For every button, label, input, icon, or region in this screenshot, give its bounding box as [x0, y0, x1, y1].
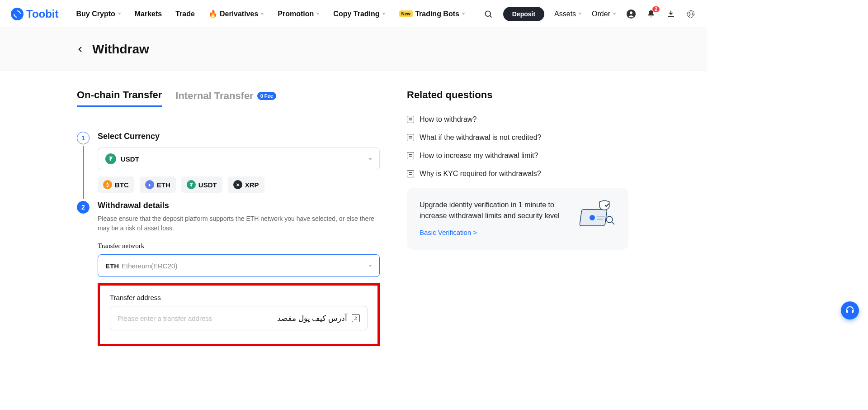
chevron-down-icon [382, 13, 386, 15]
nav-trading-bots[interactable]: NewTrading Bots [399, 10, 465, 18]
transfer-network-label: Transfer network [98, 242, 380, 250]
nav-label: Order [592, 10, 610, 18]
fee-badge: 0 Fee [257, 92, 276, 100]
faq-item[interactable]: Why is KYC required for withdrawals? [407, 170, 628, 178]
tab-label: Internal Transfer [175, 90, 253, 102]
doc-icon [407, 170, 414, 177]
account-icon[interactable] [626, 9, 636, 19]
svg-rect-11 [597, 219, 603, 220]
usdt-icon: ₮ [105, 153, 116, 164]
chevron-down-icon [260, 13, 264, 15]
upgrade-text: Upgrade identity verification in 1 minut… [420, 200, 572, 221]
faq-item[interactable]: How to increase my withdrawal limit? [407, 152, 628, 160]
shortcut-xrp[interactable]: ✕XRP [228, 176, 264, 193]
step-1-title: Select Currency [98, 132, 380, 141]
svg-point-12 [606, 216, 613, 223]
faq-text: How to withdraw? [420, 115, 476, 124]
svg-point-3 [630, 11, 632, 14]
chevron-down-icon [316, 13, 320, 15]
nav-derivatives[interactable]: 🔥Derivatives [208, 10, 264, 18]
main-nav: Buy Crypto Markets Trade 🔥Derivatives Pr… [76, 10, 465, 18]
svg-line-13 [612, 222, 614, 224]
btc-icon: ₿ [103, 180, 112, 189]
selected-currency: USDT [121, 155, 139, 163]
search-icon[interactable] [483, 9, 493, 19]
nav-markets[interactable]: Markets [135, 10, 162, 18]
nav-label: Trade [175, 10, 195, 18]
nav-order[interactable]: Order [592, 10, 616, 18]
svg-point-0 [485, 11, 491, 16]
step-1-indicator: 1 [77, 132, 90, 144]
doc-icon [407, 116, 414, 123]
faq-item[interactable]: What if the withdrawal is not credited? [407, 133, 628, 142]
nav-label: Derivatives [220, 10, 258, 18]
svg-point-7 [355, 317, 357, 318]
divider [68, 10, 68, 19]
tab-onchain[interactable]: On-chain Transfer [77, 89, 162, 107]
chevron-down-icon [368, 265, 372, 267]
network-select[interactable]: ETH Ethereum(ERC20) [98, 254, 380, 277]
top-right-tools: Deposit Assets Order 2 [483, 7, 696, 21]
svg-line-1 [490, 15, 491, 17]
tab-internal[interactable]: Internal Transfer 0 Fee [175, 90, 276, 106]
currency-select[interactable]: ₮ USDT [98, 148, 380, 170]
globe-icon[interactable] [686, 9, 696, 19]
network-code: ETH [105, 262, 119, 270]
shortcut-label: XRP [245, 181, 259, 189]
usdt-icon: ₮ [187, 180, 196, 189]
nav-assets[interactable]: Assets [554, 10, 582, 18]
nav-copy-trading[interactable]: Copy Trading [333, 10, 385, 18]
chevron-down-icon [368, 158, 372, 160]
transfer-address-highlight: Transfer address آدرس کیف پول مقصد [98, 283, 380, 346]
chevron-down-icon [462, 13, 465, 15]
step-line [83, 146, 84, 199]
transfer-tabs: On-chain Transfer Internal Transfer 0 Fe… [77, 89, 380, 107]
faq-text: How to increase my withdrawal limit? [420, 152, 538, 160]
nav-label: Markets [135, 10, 162, 18]
shortcut-label: ETH [157, 181, 170, 189]
eth-icon: ♦ [145, 180, 154, 189]
basic-verification-link[interactable]: Basic Verification > [420, 228, 572, 238]
page-header: Withdraw [0, 28, 707, 71]
shortcut-label: USDT [198, 181, 217, 189]
doc-icon [407, 134, 414, 141]
back-button[interactable] [77, 46, 84, 53]
upgrade-kyc-card: Upgrade identity verification in 1 minut… [407, 188, 628, 250]
shortcut-usdt[interactable]: ₮USDT [181, 176, 222, 193]
nav-label: Promotion [278, 10, 314, 18]
new-badge: New [399, 10, 413, 17]
svg-point-9 [590, 215, 595, 220]
network-name: Ethereum(ERC20) [122, 262, 177, 270]
tab-label: On-chain Transfer [77, 89, 162, 101]
faq-text: Why is KYC required for withdrawals? [420, 170, 541, 178]
shortcut-btc[interactable]: ₿BTC [98, 176, 134, 193]
nav-trade[interactable]: Trade [175, 10, 195, 18]
nav-promotion[interactable]: Promotion [278, 10, 320, 18]
notification-badge: 2 [652, 6, 660, 12]
related-questions-title: Related questions [407, 89, 628, 101]
shortcut-eth[interactable]: ♦ETH [140, 176, 176, 193]
deposit-button[interactable]: Deposit [503, 7, 544, 21]
nav-label: Trading Bots [415, 10, 459, 18]
chevron-down-icon [578, 13, 582, 15]
nav-buy-crypto[interactable]: Buy Crypto [76, 10, 121, 18]
svg-rect-10 [597, 216, 605, 217]
address-book-icon[interactable] [352, 314, 360, 322]
step-2-indicator: 2 [77, 201, 90, 214]
faq-text: What if the withdrawal is not credited? [420, 133, 541, 142]
flame-icon: 🔥 [208, 10, 217, 18]
topbar: Toobit Buy Crypto Markets Trade 🔥Derivat… [0, 0, 707, 28]
kyc-illustration-icon [580, 200, 616, 229]
nav-label: Assets [554, 10, 576, 18]
brand-logo[interactable]: Toobit [11, 8, 59, 20]
shortcut-label: BTC [115, 181, 129, 189]
transfer-address-field: آدرس کیف پول مقصد [110, 306, 368, 330]
chevron-down-icon [613, 13, 616, 15]
nav-label: Buy Crypto [76, 10, 115, 18]
faq-item[interactable]: How to withdraw? [407, 115, 628, 124]
currency-shortcuts: ₿BTC ♦ETH ₮USDT ✕XRP [98, 176, 380, 193]
notifications-icon[interactable]: 2 [646, 9, 656, 19]
transfer-address-input[interactable] [118, 315, 352, 322]
download-icon[interactable] [666, 9, 676, 19]
transfer-address-label: Transfer address [110, 294, 368, 301]
